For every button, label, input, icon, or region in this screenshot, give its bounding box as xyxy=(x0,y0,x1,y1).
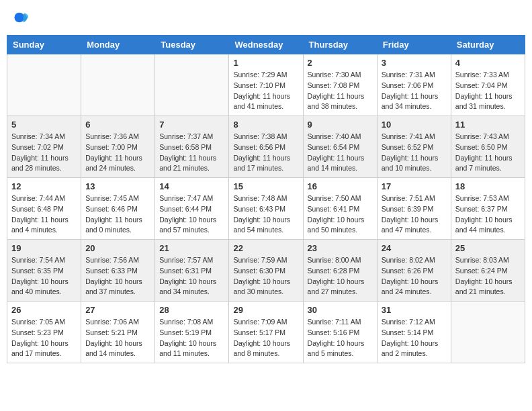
calendar-cell: 16Sunrise: 7:50 AMSunset: 6:41 PMDayligh… xyxy=(303,178,377,240)
day-number: 30 xyxy=(308,305,373,315)
day-number: 16 xyxy=(308,181,373,191)
calendar-cell: 9Sunrise: 7:40 AMSunset: 6:54 PMDaylight… xyxy=(303,116,377,178)
calendar-cell: 27Sunrise: 7:06 AMSunset: 5:21 PMDayligh… xyxy=(81,302,155,363)
page-header xyxy=(7,7,525,28)
calendar-week-2: 5Sunrise: 7:34 AMSunset: 7:02 PMDaylight… xyxy=(7,116,525,178)
day-info: Sunrise: 7:38 AMSunset: 6:56 PMDaylight:… xyxy=(233,132,298,174)
header-cell-saturday: Saturday xyxy=(451,36,525,54)
day-number: 11 xyxy=(455,120,521,130)
calendar-table: SundayMondayTuesdayWednesdayThursdayFrid… xyxy=(7,35,525,363)
calendar-cell: 7Sunrise: 7:37 AMSunset: 6:58 PMDaylight… xyxy=(155,116,229,178)
calendar-cell: 28Sunrise: 7:08 AMSunset: 5:19 PMDayligh… xyxy=(155,302,229,363)
calendar-cell: 14Sunrise: 7:47 AMSunset: 6:44 PMDayligh… xyxy=(155,178,229,240)
day-number: 26 xyxy=(11,305,77,315)
day-number: 15 xyxy=(233,181,298,191)
calendar-week-1: 1Sunrise: 7:29 AMSunset: 7:10 PMDaylight… xyxy=(7,54,525,116)
day-info: Sunrise: 7:06 AMSunset: 5:21 PMDaylight:… xyxy=(85,317,150,359)
day-info: Sunrise: 7:37 AMSunset: 6:58 PMDaylight:… xyxy=(159,132,224,174)
calendar-week-3: 12Sunrise: 7:44 AMSunset: 6:48 PMDayligh… xyxy=(7,178,525,240)
calendar-cell: 22Sunrise: 7:59 AMSunset: 6:30 PMDayligh… xyxy=(229,240,303,302)
day-info: Sunrise: 7:05 AMSunset: 5:23 PMDaylight:… xyxy=(11,317,77,359)
calendar-cell: 21Sunrise: 7:57 AMSunset: 6:31 PMDayligh… xyxy=(155,240,229,302)
calendar-cell: 5Sunrise: 7:34 AMSunset: 7:02 PMDaylight… xyxy=(7,116,81,178)
calendar-cell: 29Sunrise: 7:09 AMSunset: 5:17 PMDayligh… xyxy=(229,302,303,363)
day-number: 19 xyxy=(11,243,77,253)
day-number: 6 xyxy=(85,120,150,130)
header-cell-thursday: Thursday xyxy=(303,36,377,54)
calendar-cell: 2Sunrise: 7:30 AMSunset: 7:08 PMDaylight… xyxy=(303,54,377,116)
day-number: 27 xyxy=(85,305,150,315)
day-info: Sunrise: 7:29 AMSunset: 7:10 PMDaylight:… xyxy=(233,70,298,112)
day-info: Sunrise: 7:11 AMSunset: 5:16 PMDaylight:… xyxy=(308,317,373,359)
day-info: Sunrise: 8:00 AMSunset: 6:28 PMDaylight:… xyxy=(308,255,373,298)
header-cell-monday: Monday xyxy=(81,36,155,54)
calendar-cell: 8Sunrise: 7:38 AMSunset: 6:56 PMDaylight… xyxy=(229,116,303,178)
calendar-cell: 3Sunrise: 7:31 AMSunset: 7:06 PMDaylight… xyxy=(377,54,451,116)
calendar-cell xyxy=(81,54,155,116)
header-row: SundayMondayTuesdayWednesdayThursdayFrid… xyxy=(7,36,525,54)
day-info: Sunrise: 7:36 AMSunset: 7:00 PMDaylight:… xyxy=(85,132,150,174)
calendar-cell: 23Sunrise: 8:00 AMSunset: 6:28 PMDayligh… xyxy=(303,240,377,302)
day-number: 29 xyxy=(233,305,298,315)
header-cell-friday: Friday xyxy=(377,36,451,54)
day-number: 25 xyxy=(455,243,521,253)
calendar-cell: 6Sunrise: 7:36 AMSunset: 7:00 PMDaylight… xyxy=(81,116,155,178)
day-number: 23 xyxy=(308,243,373,253)
day-info: Sunrise: 7:43 AMSunset: 6:50 PMDaylight:… xyxy=(455,132,521,174)
day-info: Sunrise: 7:45 AMSunset: 6:46 PMDaylight:… xyxy=(85,193,150,236)
day-info: Sunrise: 7:09 AMSunset: 5:17 PMDaylight:… xyxy=(233,317,298,359)
calendar-cell: 11Sunrise: 7:43 AMSunset: 6:50 PMDayligh… xyxy=(451,116,525,178)
day-number: 12 xyxy=(11,181,77,191)
day-number: 5 xyxy=(11,120,77,130)
day-info: Sunrise: 7:48 AMSunset: 6:43 PMDaylight:… xyxy=(233,193,298,236)
day-info: Sunrise: 7:34 AMSunset: 7:02 PMDaylight:… xyxy=(11,132,77,174)
day-number: 24 xyxy=(382,243,447,253)
calendar-cell: 24Sunrise: 8:02 AMSunset: 6:26 PMDayligh… xyxy=(377,240,451,302)
day-info: Sunrise: 7:57 AMSunset: 6:31 PMDaylight:… xyxy=(159,255,224,298)
day-number: 10 xyxy=(382,120,447,130)
calendar-cell: 1Sunrise: 7:29 AMSunset: 7:10 PMDaylight… xyxy=(229,54,303,116)
day-info: Sunrise: 7:53 AMSunset: 6:37 PMDaylight:… xyxy=(455,193,521,236)
day-info: Sunrise: 7:12 AMSunset: 5:14 PMDaylight:… xyxy=(382,317,447,359)
calendar-cell: 4Sunrise: 7:33 AMSunset: 7:04 PMDaylight… xyxy=(451,54,525,116)
calendar-cell: 20Sunrise: 7:56 AMSunset: 6:33 PMDayligh… xyxy=(81,240,155,302)
day-number: 2 xyxy=(308,58,373,68)
day-number: 21 xyxy=(159,243,224,253)
day-info: Sunrise: 7:30 AMSunset: 7:08 PMDaylight:… xyxy=(308,70,373,112)
day-info: Sunrise: 7:54 AMSunset: 6:35 PMDaylight:… xyxy=(11,255,77,298)
day-number: 4 xyxy=(455,58,521,68)
day-number: 7 xyxy=(159,120,224,130)
calendar-cell xyxy=(451,302,525,363)
calendar-header: SundayMondayTuesdayWednesdayThursdayFrid… xyxy=(7,36,525,54)
calendar-cell: 25Sunrise: 8:03 AMSunset: 6:24 PMDayligh… xyxy=(451,240,525,302)
calendar-cell: 12Sunrise: 7:44 AMSunset: 6:48 PMDayligh… xyxy=(7,178,81,240)
day-number: 31 xyxy=(382,305,447,315)
logo-icon xyxy=(13,10,28,25)
header-cell-tuesday: Tuesday xyxy=(155,36,229,54)
calendar-cell: 18Sunrise: 7:53 AMSunset: 6:37 PMDayligh… xyxy=(451,178,525,240)
day-info: Sunrise: 7:08 AMSunset: 5:19 PMDaylight:… xyxy=(159,317,224,359)
calendar-cell: 26Sunrise: 7:05 AMSunset: 5:23 PMDayligh… xyxy=(7,302,81,363)
day-number: 18 xyxy=(455,181,521,191)
svg-point-0 xyxy=(14,13,24,23)
day-info: Sunrise: 7:50 AMSunset: 6:41 PMDaylight:… xyxy=(308,193,373,236)
day-info: Sunrise: 7:59 AMSunset: 6:30 PMDaylight:… xyxy=(233,255,298,298)
calendar-week-5: 26Sunrise: 7:05 AMSunset: 5:23 PMDayligh… xyxy=(7,302,525,363)
calendar-cell: 10Sunrise: 7:41 AMSunset: 6:52 PMDayligh… xyxy=(377,116,451,178)
day-info: Sunrise: 7:47 AMSunset: 6:44 PMDaylight:… xyxy=(159,193,224,236)
logo xyxy=(13,10,30,25)
calendar-week-4: 19Sunrise: 7:54 AMSunset: 6:35 PMDayligh… xyxy=(7,240,525,302)
day-info: Sunrise: 7:44 AMSunset: 6:48 PMDaylight:… xyxy=(11,193,77,236)
day-number: 14 xyxy=(159,181,224,191)
day-info: Sunrise: 7:51 AMSunset: 6:39 PMDaylight:… xyxy=(382,193,447,236)
day-info: Sunrise: 7:40 AMSunset: 6:54 PMDaylight:… xyxy=(308,132,373,174)
calendar-cell xyxy=(155,54,229,116)
header-cell-wednesday: Wednesday xyxy=(229,36,303,54)
calendar-cell: 31Sunrise: 7:12 AMSunset: 5:14 PMDayligh… xyxy=(377,302,451,363)
day-number: 13 xyxy=(85,181,150,191)
day-number: 28 xyxy=(159,305,224,315)
day-number: 1 xyxy=(233,58,298,68)
calendar-cell: 19Sunrise: 7:54 AMSunset: 6:35 PMDayligh… xyxy=(7,240,81,302)
day-number: 9 xyxy=(308,120,373,130)
day-number: 8 xyxy=(233,120,298,130)
